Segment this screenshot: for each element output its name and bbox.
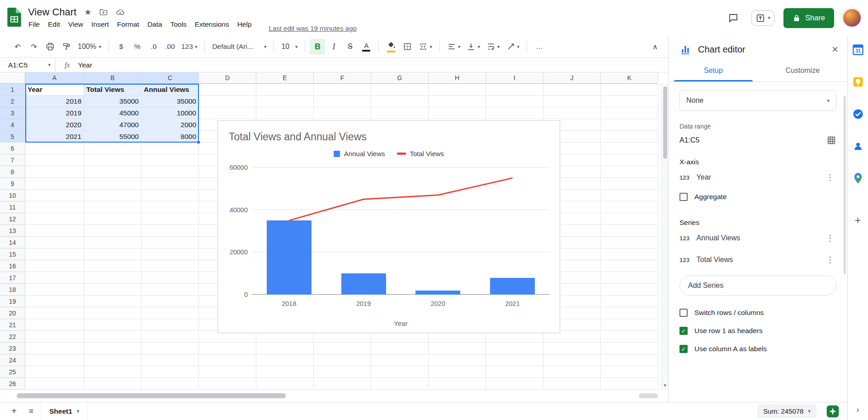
cell-E1[interactable] bbox=[256, 84, 314, 95]
row-header-16[interactable]: 16 bbox=[0, 260, 25, 272]
fill-color-button[interactable] bbox=[383, 39, 399, 54]
cell-C22[interactable] bbox=[142, 331, 199, 343]
cell-B24[interactable] bbox=[84, 354, 142, 366]
cell-K5[interactable] bbox=[601, 131, 658, 143]
cell-K9[interactable] bbox=[601, 178, 658, 190]
cell-C15[interactable] bbox=[142, 248, 199, 260]
close-icon[interactable]: × bbox=[832, 44, 838, 55]
column-header-F[interactable]: F bbox=[314, 72, 371, 84]
cell-I23[interactable] bbox=[486, 343, 543, 354]
cell-C25[interactable] bbox=[142, 366, 199, 378]
sum-dropdown[interactable]: Sum: 245078 ▾ bbox=[757, 404, 816, 418]
row-header-7[interactable]: 7 bbox=[0, 154, 25, 166]
cell-A20[interactable] bbox=[25, 307, 84, 319]
column-header-E[interactable]: E bbox=[256, 72, 314, 84]
cell-G23[interactable] bbox=[371, 343, 429, 354]
horizontal-align-dropdown[interactable]: ▾ bbox=[444, 39, 463, 54]
scroll-down-arrow-icon[interactable]: ▼ bbox=[662, 383, 668, 388]
cell-A5[interactable]: 2021 bbox=[25, 131, 84, 143]
cell-G1[interactable] bbox=[371, 84, 429, 95]
cell-A21[interactable] bbox=[25, 319, 84, 331]
row-header-22[interactable]: 22 bbox=[0, 331, 25, 343]
cell-B8[interactable] bbox=[84, 166, 142, 178]
avatar[interactable] bbox=[843, 9, 861, 27]
series-item-2[interactable]: 123Total Views⋮ bbox=[679, 249, 836, 270]
row-header-15[interactable]: 15 bbox=[0, 248, 25, 260]
all-sheets-menu-button[interactable]: ≡ bbox=[24, 404, 39, 419]
cell-A6[interactable] bbox=[25, 143, 84, 154]
cell-A9[interactable] bbox=[25, 178, 84, 190]
cell-C5[interactable]: 8000 bbox=[142, 131, 199, 143]
calendar-icon[interactable]: 31 bbox=[852, 43, 864, 56]
cell-F2[interactable] bbox=[314, 95, 371, 107]
cell-A13[interactable] bbox=[25, 225, 84, 237]
cell-A8[interactable] bbox=[25, 166, 84, 178]
cell-K7[interactable] bbox=[601, 154, 658, 166]
cell-H26[interactable] bbox=[429, 378, 486, 390]
select-range-grid-icon[interactable] bbox=[826, 135, 836, 145]
option-use-column-a-as-labels[interactable]: ✓Use column A as labels bbox=[679, 340, 836, 358]
cell-K26[interactable] bbox=[601, 378, 658, 390]
cell-C6[interactable] bbox=[142, 143, 199, 154]
move-folder-icon[interactable] bbox=[99, 8, 108, 17]
cell-F23[interactable] bbox=[314, 343, 371, 354]
row-header-21[interactable]: 21 bbox=[0, 319, 25, 331]
cell-I25[interactable] bbox=[486, 366, 543, 378]
kebab-menu-icon[interactable]: ⋮ bbox=[824, 172, 836, 182]
option-use-row-1-as-headers[interactable]: ✓Use row 1 as headers bbox=[679, 322, 836, 340]
cell-I2[interactable] bbox=[486, 95, 543, 107]
format-percent-button[interactable]: % bbox=[130, 39, 145, 54]
cell-A2[interactable]: 2018 bbox=[25, 95, 84, 107]
cell-C26[interactable] bbox=[142, 378, 199, 390]
more-toolbar-button[interactable]: … bbox=[532, 39, 547, 54]
column-header-H[interactable]: H bbox=[429, 72, 486, 84]
row-header-3[interactable]: 3 bbox=[0, 107, 25, 119]
row-header-18[interactable]: 18 bbox=[0, 284, 25, 296]
cell-K20[interactable] bbox=[601, 307, 658, 319]
font-size-dropdown[interactable]: 10▾ bbox=[278, 39, 300, 54]
option-switch-rows-columns[interactable]: Switch rows / columns bbox=[679, 304, 836, 322]
sharing-status-button[interactable]: ▾ bbox=[751, 10, 774, 26]
cell-A1[interactable]: Year bbox=[25, 84, 84, 95]
last-edit-link[interactable]: Last edit was 19 minutes ago bbox=[269, 24, 357, 32]
decrease-decimal-button[interactable]: .0 bbox=[146, 39, 161, 54]
cell-B13[interactable] bbox=[84, 225, 142, 237]
zoom-dropdown[interactable]: 100%▾ bbox=[75, 39, 104, 54]
cell-K1[interactable] bbox=[601, 84, 658, 95]
cell-B21[interactable] bbox=[84, 319, 142, 331]
cell-D24[interactable] bbox=[199, 354, 256, 366]
cell-J26[interactable] bbox=[543, 378, 601, 390]
cell-I3[interactable] bbox=[486, 107, 543, 119]
row-header-20[interactable]: 20 bbox=[0, 307, 25, 319]
cell-G3[interactable] bbox=[371, 107, 429, 119]
text-color-button[interactable]: A bbox=[359, 39, 374, 54]
cell-E3[interactable] bbox=[256, 107, 314, 119]
cell-K21[interactable] bbox=[601, 319, 658, 331]
keep-icon[interactable] bbox=[852, 76, 864, 88]
cell-K15[interactable] bbox=[601, 248, 658, 260]
tab-setup[interactable]: Setup bbox=[669, 61, 758, 81]
get-add-ons-icon[interactable]: + bbox=[854, 215, 861, 226]
row-header-19[interactable]: 19 bbox=[0, 296, 25, 307]
cell-B26[interactable] bbox=[84, 378, 142, 390]
column-header-C[interactable]: C bbox=[142, 72, 199, 84]
cell-C17[interactable] bbox=[142, 272, 199, 284]
cell-F24[interactable] bbox=[314, 354, 371, 366]
cell-A23[interactable] bbox=[25, 343, 84, 354]
name-box[interactable]: A1:C5 ▾ bbox=[0, 58, 55, 72]
cell-K18[interactable] bbox=[601, 284, 658, 296]
column-header-I[interactable]: I bbox=[486, 72, 543, 84]
row-header-1[interactable]: 1 bbox=[0, 84, 25, 95]
cell-C8[interactable] bbox=[142, 166, 199, 178]
cell-I24[interactable] bbox=[486, 354, 543, 366]
cell-A10[interactable] bbox=[25, 190, 84, 201]
cell-A24[interactable] bbox=[25, 354, 84, 366]
cell-J23[interactable] bbox=[543, 343, 601, 354]
cell-G24[interactable] bbox=[371, 354, 429, 366]
x-axis-item[interactable]: 123 Year ⋮ bbox=[679, 167, 836, 188]
cell-B4[interactable]: 47000 bbox=[84, 119, 142, 131]
stacking-dropdown[interactable]: None ▾ bbox=[679, 90, 836, 111]
cell-K6[interactable] bbox=[601, 143, 658, 154]
cell-H24[interactable] bbox=[429, 354, 486, 366]
contacts-icon[interactable] bbox=[852, 140, 864, 153]
